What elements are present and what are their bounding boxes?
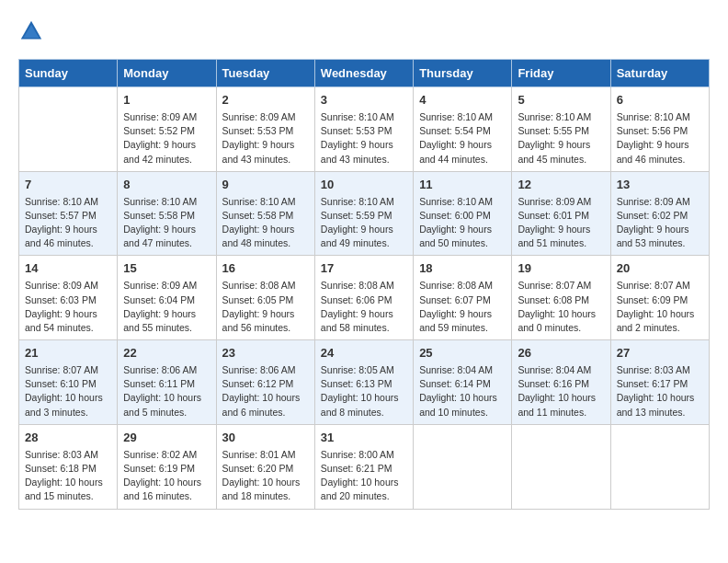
calendar-cell: 15Sunrise: 8:09 AMSunset: 6:04 PMDayligh… <box>118 256 216 340</box>
day-info: Sunrise: 8:10 AMSunset: 5:55 PMDaylight:… <box>518 110 604 167</box>
calendar-cell: 25Sunrise: 8:04 AMSunset: 6:14 PMDayligh… <box>414 340 512 425</box>
day-number: 16 <box>222 260 309 278</box>
day-number: 24 <box>321 345 407 362</box>
day-info: Sunrise: 8:06 AMSunset: 6:12 PMDaylight:… <box>222 363 309 419</box>
header-tuesday: Tuesday <box>216 60 314 87</box>
day-number: 10 <box>321 177 407 194</box>
calendar-cell: 2Sunrise: 8:09 AMSunset: 5:53 PMDaylight… <box>216 87 314 172</box>
page-header <box>18 18 710 44</box>
day-number: 12 <box>518 177 604 194</box>
header-sunday: Sunday <box>19 60 118 87</box>
calendar-cell: 13Sunrise: 8:09 AMSunset: 6:02 PMDayligh… <box>610 171 709 256</box>
day-number: 6 <box>617 92 703 109</box>
calendar-cell: 3Sunrise: 8:10 AMSunset: 5:53 PMDaylight… <box>314 87 413 172</box>
day-info: Sunrise: 8:10 AMSunset: 6:00 PMDaylight:… <box>419 195 506 251</box>
calendar-cell <box>414 424 512 509</box>
day-info: Sunrise: 8:03 AMSunset: 6:18 PMDaylight:… <box>25 448 111 504</box>
day-info: Sunrise: 8:04 AMSunset: 6:16 PMDaylight:… <box>518 363 604 419</box>
calendar-cell: 17Sunrise: 8:08 AMSunset: 6:06 PMDayligh… <box>314 256 413 340</box>
day-number: 31 <box>321 430 407 447</box>
day-info: Sunrise: 8:09 AMSunset: 5:52 PMDaylight:… <box>123 110 210 167</box>
day-number: 26 <box>518 345 604 362</box>
calendar-table: SundayMondayTuesdayWednesdayThursdayFrid… <box>18 59 710 510</box>
calendar-cell: 29Sunrise: 8:02 AMSunset: 6:19 PMDayligh… <box>118 424 216 509</box>
day-info: Sunrise: 8:09 AMSunset: 5:53 PMDaylight:… <box>222 110 309 167</box>
day-number: 3 <box>321 92 407 109</box>
day-number: 20 <box>617 260 703 278</box>
day-info: Sunrise: 8:10 AMSunset: 5:58 PMDaylight:… <box>123 195 210 251</box>
calendar-header-row: SundayMondayTuesdayWednesdayThursdayFrid… <box>19 60 710 87</box>
day-info: Sunrise: 8:10 AMSunset: 5:54 PMDaylight:… <box>419 110 506 167</box>
calendar-cell: 26Sunrise: 8:04 AMSunset: 6:16 PMDayligh… <box>512 340 610 425</box>
header-friday: Friday <box>512 60 610 87</box>
day-number: 4 <box>419 92 506 109</box>
day-info: Sunrise: 8:05 AMSunset: 6:13 PMDaylight:… <box>321 363 407 419</box>
day-info: Sunrise: 8:09 AMSunset: 6:01 PMDaylight:… <box>518 195 604 251</box>
calendar-cell: 23Sunrise: 8:06 AMSunset: 6:12 PMDayligh… <box>216 340 314 425</box>
day-info: Sunrise: 8:10 AMSunset: 5:53 PMDaylight:… <box>321 110 407 167</box>
calendar-week-row: 21Sunrise: 8:07 AMSunset: 6:10 PMDayligh… <box>19 340 710 425</box>
day-info: Sunrise: 8:09 AMSunset: 6:02 PMDaylight:… <box>617 195 703 251</box>
day-number: 27 <box>617 345 703 362</box>
calendar-cell: 28Sunrise: 8:03 AMSunset: 6:18 PMDayligh… <box>19 424 118 509</box>
day-number: 29 <box>123 430 210 447</box>
day-number: 11 <box>419 177 506 194</box>
calendar-cell: 10Sunrise: 8:10 AMSunset: 5:59 PMDayligh… <box>314 171 413 256</box>
day-info: Sunrise: 8:10 AMSunset: 5:57 PMDaylight:… <box>25 195 111 251</box>
calendar-cell: 4Sunrise: 8:10 AMSunset: 5:54 PMDaylight… <box>414 87 512 172</box>
calendar-cell: 31Sunrise: 8:00 AMSunset: 6:21 PMDayligh… <box>314 424 413 509</box>
calendar-cell: 19Sunrise: 8:07 AMSunset: 6:08 PMDayligh… <box>512 256 610 340</box>
day-number: 23 <box>222 345 309 362</box>
day-number: 15 <box>123 260 210 278</box>
day-info: Sunrise: 8:03 AMSunset: 6:17 PMDaylight:… <box>617 363 703 419</box>
calendar-cell: 9Sunrise: 8:10 AMSunset: 5:58 PMDaylight… <box>216 171 314 256</box>
day-info: Sunrise: 8:09 AMSunset: 6:03 PMDaylight:… <box>25 279 111 335</box>
calendar-week-row: 14Sunrise: 8:09 AMSunset: 6:03 PMDayligh… <box>19 256 710 340</box>
day-info: Sunrise: 8:02 AMSunset: 6:19 PMDaylight:… <box>123 448 210 504</box>
day-number: 7 <box>25 177 111 194</box>
day-number: 25 <box>419 345 506 362</box>
calendar-cell: 20Sunrise: 8:07 AMSunset: 6:09 PMDayligh… <box>610 256 709 340</box>
calendar-cell: 18Sunrise: 8:08 AMSunset: 6:07 PMDayligh… <box>414 256 512 340</box>
calendar-cell: 22Sunrise: 8:06 AMSunset: 6:11 PMDayligh… <box>118 340 216 425</box>
day-info: Sunrise: 8:01 AMSunset: 6:20 PMDaylight:… <box>222 448 309 504</box>
day-number: 28 <box>25 430 111 447</box>
day-info: Sunrise: 8:07 AMSunset: 6:10 PMDaylight:… <box>25 363 111 419</box>
day-number: 17 <box>321 260 407 278</box>
day-number: 21 <box>25 345 111 362</box>
day-number: 30 <box>222 430 309 447</box>
header-thursday: Thursday <box>414 60 512 87</box>
calendar-cell: 30Sunrise: 8:01 AMSunset: 6:20 PMDayligh… <box>216 424 314 509</box>
calendar-week-row: 7Sunrise: 8:10 AMSunset: 5:57 PMDaylight… <box>19 171 710 256</box>
logo <box>18 18 48 44</box>
header-saturday: Saturday <box>610 60 709 87</box>
day-info: Sunrise: 8:10 AMSunset: 5:56 PMDaylight:… <box>617 110 703 167</box>
day-info: Sunrise: 8:10 AMSunset: 5:58 PMDaylight:… <box>222 195 309 251</box>
calendar-cell: 6Sunrise: 8:10 AMSunset: 5:56 PMDaylight… <box>610 87 709 172</box>
day-number: 9 <box>222 177 309 194</box>
calendar-week-row: 1Sunrise: 8:09 AMSunset: 5:52 PMDaylight… <box>19 87 710 172</box>
calendar-cell: 8Sunrise: 8:10 AMSunset: 5:58 PMDaylight… <box>118 171 216 256</box>
day-number: 14 <box>25 260 111 278</box>
calendar-cell <box>512 424 610 509</box>
calendar-cell: 7Sunrise: 8:10 AMSunset: 5:57 PMDaylight… <box>19 171 118 256</box>
day-number: 5 <box>518 92 604 109</box>
day-number: 18 <box>419 260 506 278</box>
day-info: Sunrise: 8:10 AMSunset: 5:59 PMDaylight:… <box>321 195 407 251</box>
calendar-cell: 24Sunrise: 8:05 AMSunset: 6:13 PMDayligh… <box>314 340 413 425</box>
calendar-cell: 1Sunrise: 8:09 AMSunset: 5:52 PMDaylight… <box>118 87 216 172</box>
day-info: Sunrise: 8:08 AMSunset: 6:06 PMDaylight:… <box>321 279 407 335</box>
day-info: Sunrise: 8:07 AMSunset: 6:09 PMDaylight:… <box>617 279 703 335</box>
day-info: Sunrise: 8:06 AMSunset: 6:11 PMDaylight:… <box>123 363 210 419</box>
day-info: Sunrise: 8:07 AMSunset: 6:08 PMDaylight:… <box>518 279 604 335</box>
calendar-cell: 12Sunrise: 8:09 AMSunset: 6:01 PMDayligh… <box>512 171 610 256</box>
day-info: Sunrise: 8:08 AMSunset: 6:07 PMDaylight:… <box>419 279 506 335</box>
day-number: 13 <box>617 177 703 194</box>
calendar-cell: 16Sunrise: 8:08 AMSunset: 6:05 PMDayligh… <box>216 256 314 340</box>
calendar-cell: 27Sunrise: 8:03 AMSunset: 6:17 PMDayligh… <box>610 340 709 425</box>
header-wednesday: Wednesday <box>314 60 413 87</box>
logo-icon <box>18 18 44 44</box>
calendar-cell: 14Sunrise: 8:09 AMSunset: 6:03 PMDayligh… <box>19 256 118 340</box>
day-info: Sunrise: 8:09 AMSunset: 6:04 PMDaylight:… <box>123 279 210 335</box>
calendar-cell: 11Sunrise: 8:10 AMSunset: 6:00 PMDayligh… <box>414 171 512 256</box>
